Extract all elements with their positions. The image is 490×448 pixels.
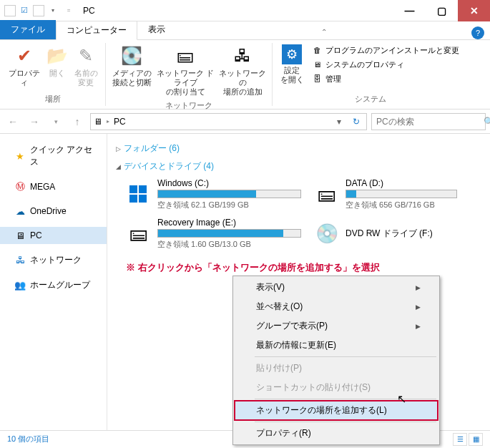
system-properties-link[interactable]: 🖥 システムのプロパティ [311, 59, 459, 70]
submenu-arrow-icon: ▶ [416, 284, 421, 291]
nav-pc[interactable]: 🖥PC [0, 227, 107, 244]
ctx-add-network-location[interactable]: ネットワークの場所を追加する(L) [235, 401, 438, 420]
qat-separator: = [62, 4, 76, 18]
pc-breadcrumb-icon: 🖥 [94, 117, 102, 127]
nav-homegroup[interactable]: 👥ホームグループ [0, 276, 107, 294]
search-box[interactable]: 🔍 [371, 113, 486, 130]
group-network-label: ネットワーク [165, 99, 212, 112]
tab-file[interactable]: ファイル [0, 20, 56, 39]
ribbon-expand-icon[interactable]: ⌃ [310, 24, 338, 39]
ctx-group[interactable]: グループで表示(P)▶ [235, 316, 438, 336]
cloud-icon: ☁ [14, 205, 26, 217]
up-button[interactable]: ↑ [69, 113, 86, 130]
usage-bar [157, 190, 301, 198]
close-button[interactable]: ✕ [458, 0, 490, 21]
ribbon: ✔ プロパティ 📂 開く ✎ 名前の 変更 場所 💽 メディアの 接続と切断 🖴… [0, 40, 490, 109]
details-view-button[interactable]: ☰ [453, 433, 467, 446]
properties-button[interactable]: ✔ プロパティ [4, 43, 44, 89]
nav-network[interactable]: 🖧ネットワーク [0, 251, 107, 269]
usage-bar [157, 229, 301, 238]
manage-link[interactable]: 🗄 管理 [311, 73, 459, 84]
forward-button[interactable]: → [26, 113, 43, 130]
qat-checkbox-icon[interactable]: ☑ [17, 4, 31, 18]
homegroup-icon: 👥 [14, 280, 26, 291]
qat-dropdown-icon[interactable]: ▾ [46, 4, 60, 18]
ribbon-tabs: ファイル コンピューター 表示 ⌃ ? [0, 21, 490, 40]
folders-section-header[interactable]: ▷フォルダー (6) [116, 140, 481, 157]
add-location-button[interactable]: 🖧 ネットワークの 場所の追加 [217, 43, 268, 99]
menu-separator [255, 399, 436, 399]
rename-icon: ✎ [74, 44, 97, 67]
nav-quick-access[interactable]: ★クイック アクセス [0, 141, 107, 171]
svg-rect-3 [139, 195, 147, 203]
manage-icon: 🗄 [311, 73, 323, 84]
group-location-label: 場所 [45, 92, 61, 106]
ctx-refresh[interactable]: 最新の情報に更新(E) [235, 336, 438, 355]
search-icon[interactable]: 🔍 [484, 117, 490, 127]
submenu-arrow-icon: ▶ [416, 323, 421, 330]
group-system-label: システム [355, 92, 386, 106]
breadcrumb-pc[interactable]: PC [114, 117, 126, 127]
ctx-sort[interactable]: 並べ替え(O)▶ [235, 297, 438, 316]
drive-d[interactable]: 🖴 DATA (D:) 空き領域 656 GB/716 GB [314, 178, 457, 210]
collapse-icon: ▷ [116, 145, 121, 152]
item-count: 10 個の項目 [7, 434, 49, 444]
netdrive-icon: 🖴 [174, 44, 197, 67]
window-title: PC [76, 6, 393, 16]
svg-rect-0 [129, 185, 137, 193]
svg-rect-2 [129, 195, 137, 203]
addloc-icon: 🖧 [231, 44, 254, 67]
context-menu: 表示(V)▶ 並べ替え(O)▶ グループで表示(P)▶ 最新の情報に更新(E) … [232, 276, 440, 445]
dvd-icon: 💿 [314, 221, 340, 247]
open-icon: 📂 [46, 44, 69, 67]
submenu-arrow-icon: ▶ [416, 303, 421, 311]
address-dropdown-icon[interactable]: ▾ [333, 117, 345, 127]
back-button[interactable]: ← [4, 113, 21, 130]
windows-drive-icon [126, 182, 152, 208]
media-button[interactable]: 💽 メディアの 接続と切断 [110, 43, 153, 89]
help-icon[interactable]: ? [471, 26, 484, 39]
ctx-paste: 貼り付け(P) [235, 359, 438, 378]
hdd-icon: 🖴 [314, 182, 340, 208]
app-icon [4, 5, 16, 16]
menu-separator [255, 422, 436, 422]
ctx-view[interactable]: 表示(V)▶ [235, 278, 438, 297]
icons-view-button[interactable]: ▦ [469, 433, 483, 446]
settings-button[interactable]: ⚙ 設定 を開く [277, 43, 307, 86]
map-drive-button[interactable]: 🖴 ネットワーク ドライブ の割り当て [153, 43, 217, 99]
address-field[interactable]: 🖥 ▸ PC ▾ ↻ [90, 113, 367, 130]
search-input[interactable] [376, 117, 484, 127]
drive-c[interactable]: Windows (C:) 空き領域 62.1 GB/199 GB [126, 178, 301, 210]
hdd-icon: 🖴 [126, 221, 152, 247]
nav-mega[interactable]: ⓂMEGA [0, 178, 107, 195]
pc-icon: 🖥 [14, 230, 26, 241]
tab-computer[interactable]: コンピューター [56, 21, 137, 40]
ctx-properties[interactable]: プロパティ(R) [235, 424, 438, 443]
open-button: 📂 開く [44, 43, 71, 79]
network-icon: 🖧 [14, 255, 26, 266]
title-bar: ☑ ▾ = PC — ▢ ✕ [0, 0, 490, 21]
expand-icon: ◢ [116, 163, 121, 170]
tab-view[interactable]: 表示 [137, 20, 176, 39]
media-icon: 💽 [120, 44, 143, 67]
ctx-paste-shortcut: ショートカットの貼り付け(S) [235, 378, 438, 397]
devices-section-header[interactable]: ◢デバイスとドライブ (4) [116, 157, 481, 175]
qat-folder-icon[interactable] [33, 5, 44, 16]
annotation-text: ※ 右クリックから「ネットワークの場所を追加する」を選択 [116, 258, 481, 274]
uninstall-link[interactable]: 🗑 プログラムのアンインストールと変更 [311, 44, 459, 56]
refresh-icon[interactable]: ↻ [349, 117, 363, 127]
rename-button: ✎ 名前の 変更 [71, 43, 101, 89]
recent-dropdown[interactable]: ▾ [47, 113, 64, 130]
address-bar: ← → ▾ ↑ 🖥 ▸ PC ▾ ↻ 🔍 [0, 109, 490, 134]
drive-e[interactable]: 🖴 Recovery Image (E:) 空き領域 1.60 GB/13.0 … [126, 218, 301, 250]
maximize-button[interactable]: ▢ [426, 0, 458, 21]
minimize-button[interactable]: — [393, 0, 426, 21]
star-icon: ★ [14, 150, 26, 162]
menu-separator [255, 356, 436, 357]
usage-bar [346, 190, 457, 198]
nav-onedrive[interactable]: ☁OneDrive [0, 203, 107, 220]
gear-icon: ⚙ [282, 44, 302, 64]
drive-f[interactable]: 💿 DVD RW ドライブ (F:) [314, 218, 457, 250]
uninstall-icon: 🗑 [311, 44, 323, 56]
sysprops-icon: 🖥 [311, 59, 323, 70]
